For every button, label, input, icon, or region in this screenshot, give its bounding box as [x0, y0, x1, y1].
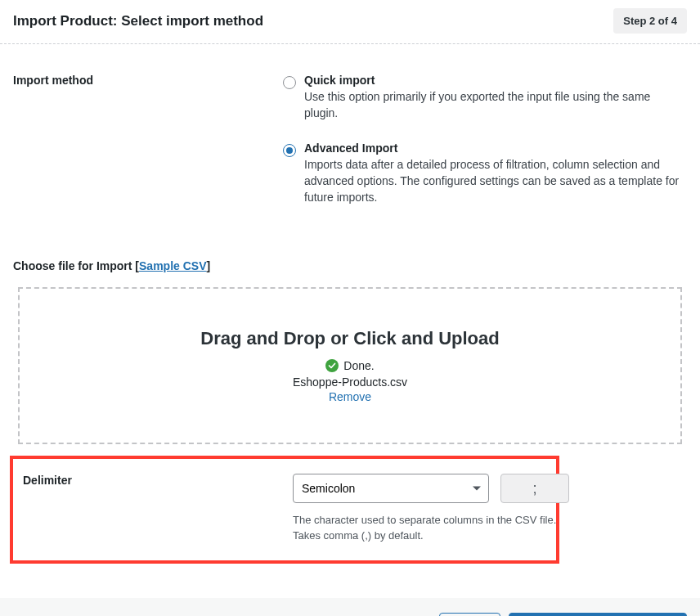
page-title: Import Product: Select import method: [13, 13, 263, 29]
step-header: Import Product: Select import method Ste…: [0, 0, 700, 44]
radio-option-quick-import[interactable]: Quick import Use this option primarily i…: [283, 74, 687, 122]
main-content: Import method Quick import Use this opti…: [0, 44, 700, 577]
step-badge: Step 2 of 4: [613, 8, 687, 34]
radio-quick-import[interactable]: [283, 76, 296, 89]
radio-desc: Imports data after a detailed process of…: [304, 156, 687, 206]
delimiter-select[interactable]: Semicolon: [293, 474, 489, 503]
import-method-options: Quick import Use this option primarily i…: [283, 74, 687, 225]
import-method-label: Import method: [13, 74, 283, 87]
dropzone-title: Drag and Drop or Click and Upload: [36, 328, 664, 349]
delimiter-select-container: Semicolon: [293, 474, 489, 503]
radio-desc: Use this option primarily if you exporte…: [304, 88, 687, 122]
check-circle-icon: [325, 359, 339, 372]
back-button[interactable]: Back: [439, 613, 500, 616]
import-method-row: Import method Quick import Use this opti…: [13, 74, 687, 225]
remove-file-link[interactable]: Remove: [36, 390, 664, 403]
wizard-footer: Back Step 3: Map import columns: [0, 598, 700, 616]
sample-csv-link[interactable]: Sample CSV: [139, 259, 206, 272]
delimiter-char-input[interactable]: [500, 474, 569, 503]
done-text: Done.: [343, 359, 374, 372]
delimiter-label: Delimiter: [23, 474, 293, 487]
choose-file-label: Choose file for Import: [13, 259, 132, 272]
next-button[interactable]: Step 3: Map import columns: [509, 613, 687, 616]
choose-file-label-row: Choose file for Import [Sample CSV]: [13, 259, 687, 272]
radio-label: Advanced Import: [304, 142, 687, 155]
uploaded-filename: Eshoppe-Products.csv: [36, 375, 664, 389]
file-dropzone[interactable]: Drag and Drop or Click and Upload Done. …: [18, 287, 682, 444]
upload-status: Done.: [325, 359, 374, 372]
delimiter-section: Delimiter Semicolon The character used t…: [10, 456, 559, 564]
delimiter-help-text: The character used to separate columns i…: [293, 513, 569, 544]
radio-label: Quick import: [304, 74, 687, 87]
radio-option-advanced-import[interactable]: Advanced Import Imports data after a det…: [283, 142, 687, 206]
radio-advanced-import[interactable]: [283, 144, 296, 157]
